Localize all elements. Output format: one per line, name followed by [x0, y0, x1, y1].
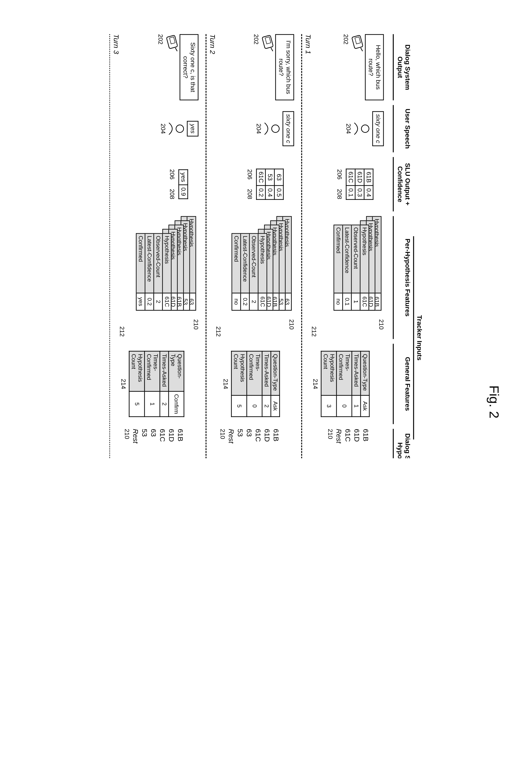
slu-conf: 0.5	[274, 185, 283, 200]
user-speech-bubble: sixty one c	[372, 111, 384, 146]
turn-row: Hello, which bus route?202sixty one c204…	[301, 34, 391, 458]
svg-line-2	[361, 48, 362, 51]
ref-202: 202	[157, 34, 164, 44]
card-obs-value: 1	[351, 294, 360, 310]
card-confirmed-value: no	[334, 294, 342, 310]
card-label-hypothesis: Hypothesis	[360, 226, 368, 294]
ref-210: 210	[192, 319, 199, 330]
gen-feature-label: Times-Asked	[352, 351, 361, 395]
gen-feature-value: Ask	[361, 395, 369, 417]
hypo-label: 61B	[176, 429, 184, 458]
turn-label: Turn 3	[112, 34, 120, 54]
hypo-label: Rest	[131, 429, 139, 458]
ref-210: 210	[288, 319, 295, 330]
card-label-confidence: Latest-Confidence	[145, 234, 153, 294]
system-prompt-bubble: Sixty one c, is that correct?	[179, 34, 198, 100]
card-label-confirmed: Confirmed	[334, 226, 342, 294]
hypo-label: Rest	[227, 429, 235, 458]
gen-feature-value: Confirm	[169, 391, 184, 417]
card-conf-value: 0.2	[145, 294, 153, 310]
slu-hyp: 61C	[346, 169, 355, 186]
card-label-observed: Observed-Count	[351, 226, 360, 294]
hypothesis-card-front: Hypothesis61C Observed-Count1 Latest-Con…	[333, 225, 369, 311]
hypo-label: 61C	[344, 429, 352, 458]
general-features-table: Question-TypeAskTimes-Asked2Times-Confir…	[231, 351, 280, 417]
gen-feature-label: Times-Confirmed	[336, 351, 352, 395]
slu-conf: 0.4	[364, 185, 373, 200]
phone-icon	[351, 34, 363, 53]
svg-point-7	[272, 125, 279, 132]
slu-hyp: 61C	[256, 169, 265, 186]
header-general-features: General Features	[393, 344, 411, 424]
ref-212: 212	[118, 326, 125, 337]
card-label-confirmed: Confirmed	[232, 234, 240, 294]
person-icon	[168, 120, 185, 137]
ref-204: 204	[255, 123, 262, 134]
phone-icon	[166, 34, 178, 53]
gen-feature-label: Hypothesis Count	[231, 351, 247, 395]
ref-204: 204	[345, 123, 352, 134]
header-per-hypothesis-features: Per-Hypothesis Features	[393, 216, 411, 339]
slu-output-table: yes0.9	[178, 169, 188, 199]
turn-row: Sixty one c, is that correct?202yes204ye…	[109, 34, 205, 458]
slu-conf: 0.2	[256, 185, 265, 200]
dialog-state-hypos-list: 61B61D61CRest210	[311, 429, 384, 458]
hypo-label: 61D	[167, 429, 175, 458]
slu-hyp: 61B	[364, 169, 373, 186]
header-slu-output: SLU Output + Confidence	[393, 157, 411, 212]
gen-feature-label: Times-Asked	[160, 351, 169, 391]
slu-conf: 0.4	[265, 185, 274, 200]
svg-point-3	[361, 125, 369, 132]
card-label-confirmed: Confirmed	[136, 234, 145, 294]
hypo-label: 61B	[362, 429, 370, 458]
ref-206: 206	[246, 169, 253, 179]
hypo-label: 61C	[254, 429, 262, 458]
gen-feature-label: Question-Type	[169, 351, 184, 391]
gen-feature-value: 0	[336, 395, 352, 417]
user-speech-bubble: yes	[187, 121, 198, 136]
figure-label: Fig. 2	[486, 385, 502, 418]
svg-line-10	[175, 48, 177, 51]
hypo-label: 53	[236, 429, 244, 458]
ref-202: 202	[252, 34, 260, 44]
gen-feature-label: Hypothesis Count	[321, 351, 336, 395]
general-features-table: Question-TypeConfirmTimes-Asked2Times-Co…	[129, 351, 184, 417]
gen-feature-value: Ask	[271, 395, 280, 417]
hypothesis-card-front: Hypothesis61C Observed-Count2 Latest-Con…	[136, 233, 171, 311]
gen-feature-value: 5	[129, 391, 145, 417]
slu-hyp: 61D	[355, 169, 364, 186]
card-obs-value: 2	[249, 294, 258, 310]
hypo-label: 53	[140, 429, 148, 458]
phone-icon	[261, 34, 273, 53]
svg-rect-9	[169, 37, 175, 44]
card-conf-value: 0.1	[342, 294, 351, 310]
system-prompt-bubble: I'm sorry, which bus route?	[275, 34, 294, 100]
svg-line-6	[271, 48, 273, 51]
ref-204: 204	[159, 123, 166, 134]
hypo-label: 61C	[158, 429, 166, 458]
hypo-label: 61D	[263, 429, 271, 458]
gen-feature-value: 5	[231, 395, 247, 417]
person-icon	[264, 120, 281, 137]
slu-hyp: 53	[265, 169, 274, 186]
gen-feature-label: Question-Type	[271, 351, 280, 395]
card-confirmed-value: yes	[136, 294, 145, 310]
turn-row: I'm sorry, which bus route?202sixty one …	[205, 34, 301, 458]
gen-feature-value: 0	[247, 395, 262, 417]
slu-conf: 0.1	[346, 185, 355, 200]
svg-point-11	[176, 125, 183, 132]
ref-210-hypos: 210	[326, 429, 334, 458]
card-label-confidence: Latest-Confidence	[342, 226, 351, 294]
ref-208: 208	[168, 189, 175, 199]
dialog-state-hypos-list: 61B61D61C6353Rest210	[216, 429, 294, 458]
ref-214: 214	[222, 379, 229, 389]
ref-210-hypos: 210	[123, 429, 130, 458]
ref-206: 206	[168, 169, 175, 179]
ref-206: 206	[336, 169, 343, 179]
slu-conf: 0.9	[179, 185, 188, 199]
card-hyp-value: 61C	[162, 294, 171, 310]
gen-feature-label: Times-Confirmed	[247, 351, 262, 395]
turn-label: Turn 2	[208, 34, 216, 54]
gen-feature-label: Times-Asked	[262, 351, 271, 395]
svg-rect-5	[265, 37, 271, 44]
